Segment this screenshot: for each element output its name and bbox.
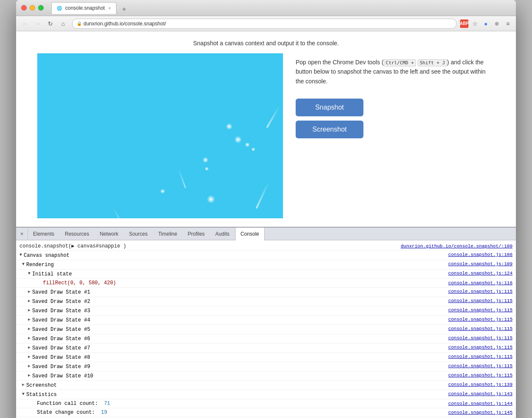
maximize-button[interactable] — [38, 5, 44, 11]
console-link[interactable]: console.snapshot.js:124 — [448, 270, 513, 277]
console-text: fillRect(0, 0, 580, 420) — [43, 279, 116, 287]
chrome-sync-icon[interactable]: ⊕ — [492, 19, 502, 28]
bookmark-star-icon[interactable]: ☆ — [470, 19, 479, 28]
toolbar: ← → ↻ ⌂ 🔒 dunxrion.github.io/console.sna… — [16, 16, 516, 31]
console-row: ▼ Rendering console.snapshot.js:109 — [16, 260, 516, 270]
expand-icon[interactable]: ▶ — [28, 326, 30, 333]
expand-icon[interactable]: ▶ — [28, 354, 30, 361]
console-link[interactable]: console.snapshot.js:145 — [448, 409, 513, 416]
console-row: ▼ Canvas snapshot console.snapshot.js:10… — [16, 251, 516, 260]
tab-network[interactable]: Network — [94, 228, 124, 240]
address-bar[interactable]: 🔒 dunxrion.github.io/console.snapshot/ — [72, 19, 457, 29]
console-text: Saved Draw State #10 — [32, 372, 93, 380]
console-link[interactable]: console.snapshot.js:115 — [448, 344, 513, 351]
expand-icon[interactable]: ▶ — [28, 335, 30, 343]
expand-icon[interactable]: ▼ — [22, 391, 25, 399]
particle-7 — [160, 189, 165, 194]
description-text: Pop open the Chrome Dev tools (Ctrl/CMD … — [296, 58, 495, 86]
lock-icon: 🔒 — [77, 21, 82, 26]
console-row: ▼ Initial state console.snapshot.js:124 — [16, 270, 516, 279]
tab-favicon: 🌐 — [57, 6, 62, 11]
console-text: Saved Draw State #8 — [32, 354, 90, 361]
tab-resources[interactable]: Resources — [60, 228, 94, 240]
console-row: ▼ Statistics console.snapshot.js:143 — [16, 390, 516, 399]
console-link[interactable]: console.snapshot.js:143 — [448, 390, 513, 398]
expand-icon[interactable]: ▶ — [28, 372, 30, 380]
screenshot-button[interactable]: Screenshot — [296, 121, 363, 138]
particle-5 — [205, 167, 209, 171]
console-link[interactable]: console.snapshot.js:115 — [448, 353, 513, 360]
streak-5 — [112, 207, 125, 218]
expand-icon[interactable]: ▶ — [22, 382, 25, 389]
minimize-button[interactable] — [30, 5, 35, 11]
console-link[interactable]: console.snapshot.js:109 — [448, 261, 513, 268]
console-link[interactable]: console.snapshot.js:115 — [448, 363, 513, 370]
console-text: Canvas snapshot — [24, 252, 69, 259]
console-text: Screenshot — [26, 382, 57, 389]
console-text: console.snapshot(▶ canvas#snappie ) — [19, 242, 126, 250]
expand-icon[interactable]: ▶ — [28, 298, 30, 305]
console-link[interactable]: console.snapshot.js:144 — [448, 400, 513, 407]
canvas-area — [37, 53, 283, 218]
action-buttons: Snapshot Screenshot — [296, 99, 495, 138]
expand-icon[interactable]: ▶ — [28, 289, 30, 296]
console-text: Saved Draw State #9 — [32, 363, 90, 371]
console-link[interactable]: console.snapshot.js:115 — [448, 297, 513, 305]
console-text: Initial state — [32, 270, 72, 278]
expand-icon[interactable]: ▶ — [28, 344, 30, 352]
close-button[interactable] — [21, 5, 27, 11]
console-link[interactable]: console.snapshot.js:139 — [448, 381, 513, 388]
console-link[interactable]: console.snapshot.js:115 — [448, 307, 513, 314]
kbd-ctrl: Ctrl/CMD + — [384, 59, 416, 66]
console-link[interactable]: dunxrion.github.io/console.snapshot/:180 — [401, 243, 513, 250]
console-text: Saved Draw State #4 — [32, 316, 90, 324]
tab-title: console.snapshot — [65, 5, 105, 11]
tab-timeline[interactable]: Timeline — [153, 228, 183, 240]
console-link[interactable]: console.snapshot.js:115 — [448, 335, 513, 342]
tab-sources[interactable]: Sources — [124, 228, 153, 240]
devtools-close-button[interactable]: × — [16, 228, 28, 240]
title-bar: 🌐 console.snapshot × + — [16, 0, 516, 16]
console-text: Function call count: 71 — [37, 400, 110, 407]
expand-icon[interactable]: ▶ — [28, 363, 30, 371]
console-row: ▶ Saved Draw State #5 console.snapshot.j… — [16, 325, 516, 334]
expand-icon[interactable]: ▼ — [19, 252, 22, 259]
console-link[interactable]: console.snapshot.js:115 — [448, 325, 513, 333]
reload-button[interactable]: ↻ — [45, 18, 56, 29]
expand-icon[interactable]: ▼ — [22, 261, 25, 269]
url-text: dunxrion.github.io/console.snapshot/ — [83, 21, 166, 27]
console-text: Saved Draw State #3 — [32, 307, 90, 315]
tab-close-icon[interactable]: × — [108, 6, 111, 11]
forward-button[interactable]: → — [32, 18, 43, 29]
tab-bar: 🌐 console.snapshot × + — [51, 2, 511, 14]
console-link[interactable]: console.snapshot.js:116 — [448, 280, 513, 287]
expand-icon[interactable]: ▶ — [28, 316, 30, 324]
tab-console[interactable]: Console — [235, 228, 265, 240]
adblock-icon[interactable]: ABP — [460, 19, 468, 28]
chrome-icon[interactable]: ● — [481, 19, 490, 28]
traffic-lights — [21, 5, 44, 11]
menu-icon[interactable]: ≡ — [503, 19, 513, 28]
console-link[interactable]: console.snapshot.js:115 — [448, 288, 513, 295]
console-link[interactable]: console.snapshot.js:115 — [448, 372, 513, 379]
console-row: ▶ Saved Draw State #3 console.snapshot.j… — [16, 306, 516, 316]
tab-elements[interactable]: Elements — [28, 228, 60, 240]
console-output: console.snapshot(▶ canvas#snappie ) dunx… — [16, 240, 516, 418]
new-tab-button[interactable]: + — [118, 5, 130, 14]
console-link[interactable]: console.snapshot.js:106 — [448, 251, 513, 258]
expand-icon[interactable]: ▼ — [28, 270, 30, 278]
console-row: ▶ Saved Draw State #9 console.snapshot.j… — [16, 362, 516, 371]
particle-6 — [226, 123, 233, 130]
back-button[interactable]: ← — [19, 18, 30, 29]
console-row: State change count: 19 console.snapshot.… — [16, 408, 516, 417]
console-text: State change count: 19 — [37, 409, 107, 416]
snapshot-button[interactable]: Snapshot — [296, 99, 363, 116]
browser-tab[interactable]: 🌐 console.snapshot × — [51, 2, 116, 14]
expand-icon[interactable]: ▶ — [28, 307, 30, 315]
home-button[interactable]: ⌂ — [58, 18, 69, 29]
tab-audits[interactable]: Audits — [210, 228, 235, 240]
console-row: Function call count: 71 console.snapshot… — [16, 399, 516, 408]
console-link[interactable]: console.snapshot.js:115 — [448, 316, 513, 323]
console-row: ▶ Saved Draw State #8 console.snapshot.j… — [16, 353, 516, 362]
tab-profiles[interactable]: Profiles — [183, 228, 210, 240]
